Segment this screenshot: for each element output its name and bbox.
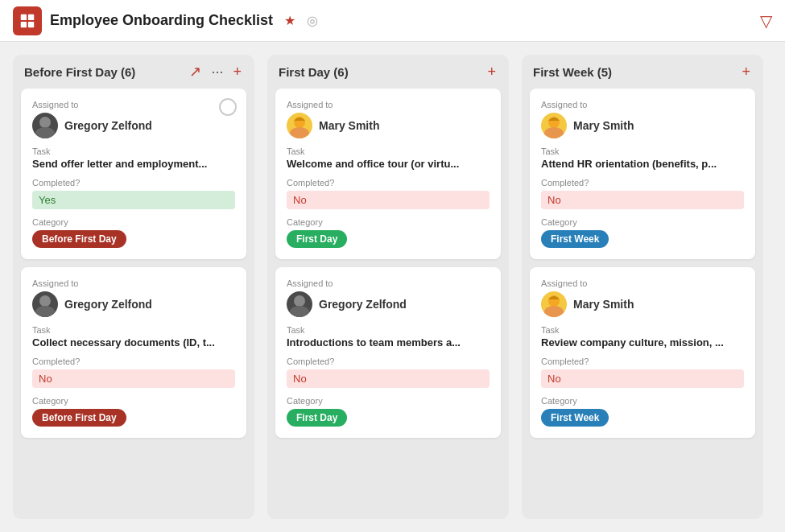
task-label: Task <box>32 146 235 156</box>
category-badge: First Week <box>541 409 609 427</box>
cards-container-first-week: Assigned toMary SmithTaskAttend HR orien… <box>522 85 763 519</box>
completed-value: No <box>32 369 235 388</box>
add-card-button-before-first-day[interactable]: + <box>231 64 243 79</box>
completed-value: No <box>287 369 490 388</box>
assigned-name: Gregory Zelfond <box>319 298 407 311</box>
svg-point-4 <box>39 117 51 128</box>
svg-point-15 <box>544 306 564 317</box>
svg-point-10 <box>294 295 305 307</box>
column-actions-before-first-day: ↗···+ <box>188 64 243 79</box>
task-value: Welcome and office tour (or virtu... <box>287 158 490 170</box>
task-value: Review company culture, mission, ... <box>541 336 744 348</box>
svg-point-5 <box>35 127 55 138</box>
column-title-first-day: First Day (6) <box>279 65 349 79</box>
task-value: Attend HR orientation (benefits, p... <box>541 158 744 170</box>
completed-label: Completed? <box>32 178 235 188</box>
avatar <box>287 113 312 138</box>
assigned-label: Assigned to <box>287 100 490 109</box>
topbar: Employee Onboarding Checklist ★ ◎ ▽ <box>0 0 785 42</box>
task-label: Task <box>541 325 744 335</box>
table-row[interactable]: Assigned toGregory ZelfondTaskSend offer… <box>21 89 246 259</box>
category-badge: First Day <box>287 409 347 427</box>
column-title-before-first-day: Before First Day (6) <box>24 65 135 79</box>
category-label: Category <box>32 396 235 406</box>
card-select-circle[interactable] <box>219 98 237 116</box>
column-header-first-day: First Day (6)+ <box>267 55 509 85</box>
svg-rect-2 <box>21 21 27 27</box>
svg-rect-0 <box>21 14 27 19</box>
assigned-label: Assigned to <box>32 278 235 288</box>
svg-rect-3 <box>28 21 34 27</box>
page-title: Employee Onboarding Checklist <box>50 12 273 29</box>
category-label: Category <box>541 217 744 227</box>
cards-container-first-day: Assigned toMary SmithTaskWelcome and off… <box>267 85 509 519</box>
svg-point-6 <box>39 295 51 307</box>
category-badge: Before First Day <box>32 409 126 427</box>
svg-point-9 <box>290 127 309 138</box>
topbar-left: Employee Onboarding Checklist ★ ◎ <box>13 6 318 35</box>
table-row[interactable]: Assigned toMary SmithTaskReview company … <box>530 267 755 438</box>
category-label: Category <box>287 396 490 406</box>
cards-container-before-first-day: Assigned toGregory ZelfondTaskSend offer… <box>13 85 254 519</box>
completed-label: Completed? <box>287 178 490 188</box>
collapse-button[interactable]: ↗ <box>188 64 203 79</box>
assigned-row: Mary Smith <box>541 113 744 138</box>
column-actions-first-day: + <box>485 64 498 79</box>
filter-area: ▽ <box>760 11 772 31</box>
task-value: Collect necessary documents (ID, t... <box>32 336 235 348</box>
table-row[interactable]: Assigned toMary SmithTaskAttend HR orien… <box>530 89 755 259</box>
table-row[interactable]: Assigned toGregory ZelfondTaskCollect ne… <box>21 267 246 438</box>
task-label: Task <box>32 325 235 335</box>
avatar <box>541 291 567 317</box>
column-first-day: First Day (6)+Assigned toMary SmithTaskW… <box>267 55 509 519</box>
assigned-label: Assigned to <box>541 100 744 109</box>
category-badge: First Week <box>541 230 609 248</box>
assigned-row: Gregory Zelfond <box>32 291 235 317</box>
circle-check-icon: ◎ <box>307 13 318 28</box>
completed-value: No <box>287 191 490 209</box>
avatar <box>32 113 58 138</box>
column-header-before-first-day: Before First Day (6)↗···+ <box>13 55 254 85</box>
add-card-button-first-week[interactable]: + <box>740 64 752 79</box>
board: Before First Day (6)↗···+Assigned toGreg… <box>0 42 785 532</box>
completed-value: Yes <box>32 191 235 209</box>
task-label: Task <box>287 325 490 335</box>
assigned-row: Gregory Zelfond <box>32 113 235 138</box>
app-icon <box>13 6 42 35</box>
task-label: Task <box>541 146 744 156</box>
filter-icon[interactable]: ▽ <box>760 12 772 30</box>
star-icon[interactable]: ★ <box>284 13 295 28</box>
assigned-row: Mary Smith <box>287 113 490 138</box>
column-header-first-week: First Week (5)+ <box>522 55 763 85</box>
avatar <box>541 113 567 138</box>
dots-menu-button[interactable]: ··· <box>209 64 225 79</box>
assigned-label: Assigned to <box>287 278 490 288</box>
assigned-row: Mary Smith <box>541 291 744 317</box>
task-value: Introductions to team members a... <box>287 336 490 348</box>
category-badge: Before First Day <box>32 230 126 248</box>
assigned-row: Gregory Zelfond <box>287 291 490 317</box>
assigned-name: Mary Smith <box>573 298 634 311</box>
category-badge: First Day <box>287 230 347 248</box>
table-row[interactable]: Assigned toMary SmithTaskWelcome and off… <box>275 89 501 259</box>
svg-point-7 <box>35 306 55 317</box>
completed-label: Completed? <box>541 357 744 366</box>
avatar <box>32 291 58 317</box>
assigned-name: Mary Smith <box>319 119 379 132</box>
category-label: Category <box>32 217 235 227</box>
assigned-name: Gregory Zelfond <box>64 298 152 311</box>
svg-rect-1 <box>28 14 34 19</box>
table-row[interactable]: Assigned toGregory ZelfondTaskIntroducti… <box>275 267 501 438</box>
avatar <box>287 291 312 317</box>
add-card-button-first-day[interactable]: + <box>485 64 498 79</box>
svg-point-11 <box>290 306 309 317</box>
assigned-label: Assigned to <box>541 278 744 288</box>
category-label: Category <box>541 396 744 406</box>
column-first-week: First Week (5)+Assigned toMary SmithTask… <box>522 55 763 519</box>
svg-point-13 <box>544 127 564 138</box>
column-title-first-week: First Week (5) <box>533 65 612 79</box>
task-value: Send offer letter and employment... <box>32 158 235 170</box>
task-label: Task <box>287 146 490 156</box>
assigned-label: Assigned to <box>32 100 235 109</box>
assigned-name: Mary Smith <box>573 119 634 132</box>
